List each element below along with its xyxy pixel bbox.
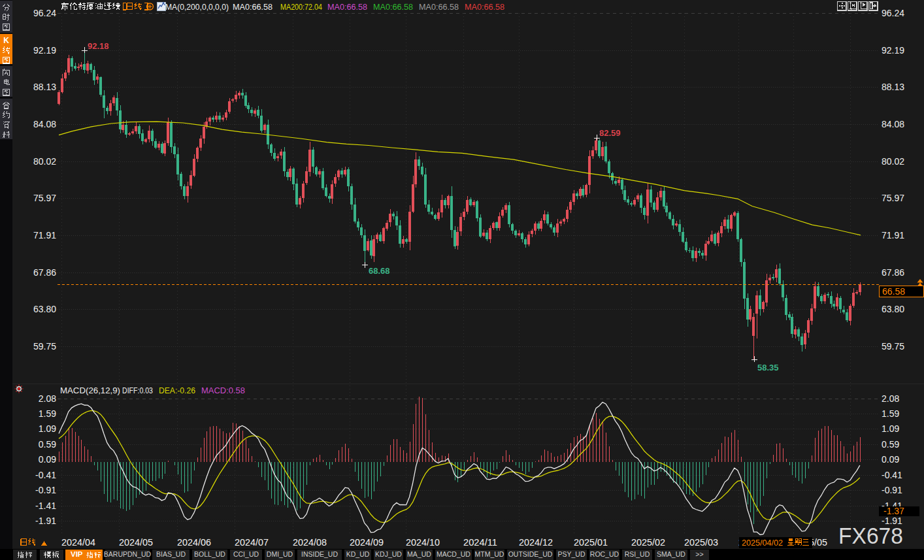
svg-text:88.13: 88.13 (33, 82, 56, 92)
svg-text:-1.37: -1.37 (883, 506, 904, 516)
svg-text:DMI_UD: DMI_UD (267, 550, 293, 558)
svg-text:75.97: 75.97 (33, 193, 56, 203)
svg-text:84.08: 84.08 (33, 119, 56, 129)
svg-text:71.91: 71.91 (882, 230, 904, 240)
svg-text:0.09: 0.09 (882, 454, 899, 465)
svg-text:-1.41: -1.41 (35, 501, 56, 511)
svg-text:BOLL_UD: BOLL_UD (194, 550, 225, 558)
svg-text:1.09: 1.09 (39, 423, 56, 434)
svg-text:2024/11: 2024/11 (463, 537, 497, 548)
svg-text:1.59: 1.59 (39, 408, 56, 419)
svg-text:FX678: FX678 (838, 523, 903, 548)
svg-text:2024/12: 2024/12 (519, 537, 553, 548)
svg-text:MACD:0.58: MACD:0.58 (201, 386, 245, 395)
svg-text:2.08: 2.08 (39, 393, 56, 404)
svg-text:80.02: 80.02 (33, 156, 56, 167)
svg-text:-0.41: -0.41 (35, 470, 56, 480)
svg-text:59.75: 59.75 (882, 341, 904, 352)
svg-text:DEA:-0.26: DEA:-0.26 (159, 386, 195, 395)
svg-text:2024/07: 2024/07 (235, 537, 269, 548)
svg-text:MA(0,200,0,0,0,0): MA(0,200,0,0,0,0) (165, 3, 229, 12)
svg-text:75.97: 75.97 (882, 193, 904, 203)
svg-text:-0.91: -0.91 (882, 485, 902, 495)
svg-text:2024/08: 2024/08 (293, 537, 327, 548)
svg-text:2025/01: 2025/01 (574, 537, 608, 548)
svg-text:PSY_UD: PSY_UD (557, 550, 585, 558)
svg-text:OUTSIDE_UD: OUTSIDE_UD (508, 550, 553, 558)
svg-text:-1.91: -1.91 (35, 516, 56, 526)
svg-text:92.18: 92.18 (88, 41, 109, 51)
svg-text:0.09: 0.09 (39, 454, 56, 465)
svg-text:DIFF:0.03: DIFF:0.03 (122, 386, 153, 395)
svg-text:BIAS_UD: BIAS_UD (156, 550, 186, 558)
svg-text:0.59: 0.59 (882, 439, 899, 450)
svg-text:2024/04: 2024/04 (61, 537, 95, 548)
svg-text:2025/03: 2025/03 (684, 537, 718, 548)
svg-text:67.86: 67.86 (882, 267, 904, 278)
svg-text:2024/09: 2024/09 (350, 537, 384, 548)
svg-text:INSIDE_UD: INSIDE_UD (301, 550, 338, 558)
svg-text:MACD(26,12,9): MACD(26,12,9) (60, 386, 120, 395)
svg-text:KD_UD: KD_UD (346, 550, 370, 558)
svg-text:MACD_UD: MACD_UD (437, 550, 470, 558)
svg-text:2024/06: 2024/06 (177, 537, 211, 548)
svg-text:>>: >> (695, 550, 703, 558)
svg-text:1.09: 1.09 (882, 423, 899, 434)
svg-text:92.19: 92.19 (882, 45, 904, 56)
svg-text:88.13: 88.13 (882, 82, 904, 92)
svg-text:SMA_UD: SMA_UD (657, 550, 685, 558)
svg-text:MTM_UD: MTM_UD (475, 550, 504, 558)
svg-text:2024/05: 2024/05 (119, 537, 153, 548)
svg-text:BARUPDN_UD: BARUPDN_UD (104, 550, 152, 558)
svg-text:MA0:66.58: MA0:66.58 (373, 3, 413, 12)
svg-text:MA0:66.58: MA0:66.58 (419, 3, 459, 12)
svg-text:MA0:66.58: MA0:66.58 (465, 3, 504, 12)
svg-text:K: K (3, 36, 9, 45)
svg-text:RSI_UD: RSI_UD (625, 550, 650, 558)
svg-text:96.24: 96.24 (882, 8, 904, 18)
svg-text:-0.41: -0.41 (882, 470, 902, 480)
svg-text:92.19: 92.19 (33, 45, 56, 56)
svg-text:63.80: 63.80 (882, 304, 904, 314)
svg-text:84.08: 84.08 (882, 119, 904, 129)
svg-text:2025/02: 2025/02 (631, 537, 665, 548)
svg-text:MA0:66.58: MA0:66.58 (327, 3, 367, 12)
svg-text:82.59: 82.59 (599, 128, 621, 138)
svg-text:66.58: 66.58 (882, 286, 905, 297)
svg-text:67.86: 67.86 (33, 267, 56, 278)
svg-text:ROC_UD: ROC_UD (590, 550, 619, 558)
svg-text:MA_UD: MA_UD (407, 550, 431, 558)
svg-text:-0.91: -0.91 (35, 485, 56, 495)
svg-text:2024/10: 2024/10 (406, 537, 440, 548)
svg-text:58.35: 58.35 (757, 363, 779, 372)
svg-text:MA200:72.04: MA200:72.04 (280, 3, 322, 12)
svg-text:71.91: 71.91 (33, 230, 56, 240)
svg-text:KDJ_UD: KDJ_UD (375, 550, 402, 558)
svg-text:CCI_UD: CCI_UD (233, 550, 259, 558)
svg-text:68.68: 68.68 (369, 266, 390, 276)
svg-text:80.02: 80.02 (882, 156, 904, 167)
svg-text:1.59: 1.59 (882, 408, 899, 419)
svg-text:MA0:66.58: MA0:66.58 (233, 3, 272, 12)
svg-text:VIP: VIP (71, 550, 83, 558)
svg-text:63.80: 63.80 (33, 304, 56, 314)
svg-text:2025/04/02: 2025/04/02 (742, 538, 783, 548)
svg-text:96.24: 96.24 (33, 8, 56, 18)
svg-text:2.08: 2.08 (882, 393, 899, 404)
svg-text:59.75: 59.75 (33, 341, 56, 352)
svg-text:0.59: 0.59 (39, 439, 56, 450)
